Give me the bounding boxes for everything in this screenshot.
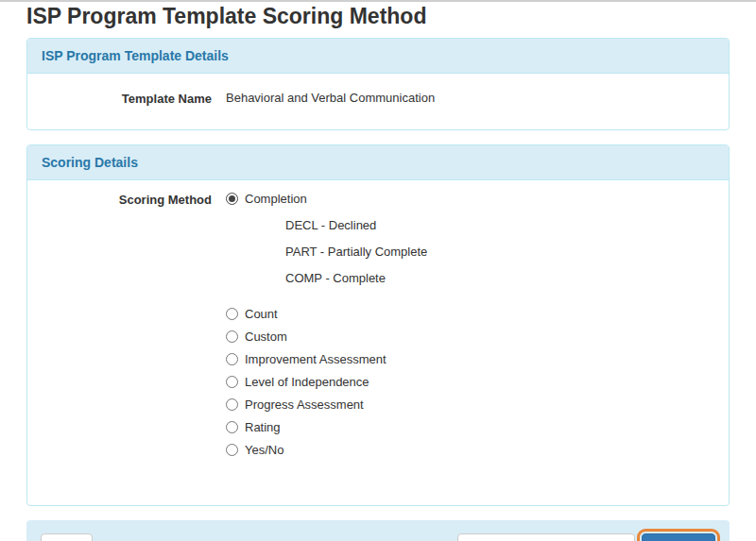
option-sublabel: PART - Partially Complete [285,245,427,259]
radio-option[interactable]: Yes/No [226,443,427,457]
template-details-panel-header: ISP Program Template Details [27,39,729,74]
radio-icon[interactable] [226,444,238,456]
radio-option[interactable]: Improvement Assessment [226,352,427,366]
scoring-details-panel-body: Scoring Method CompletionDECL - Declined… [27,180,729,505]
radio-option[interactable]: Rating [226,420,427,434]
radio-icon[interactable] [226,308,238,320]
scoring-details-panel-header: Scoring Details [27,145,729,180]
radio-icon[interactable] [226,398,238,411]
scoring-details-panel: Scoring Details Scoring Method Completio… [26,144,730,506]
radio-option-label: Completion [245,192,307,206]
radio-option-label: Rating [245,420,281,434]
footer-action-bar: Back Define New Scoring Method Continue [26,520,730,541]
radio-option-label: Custom [245,330,287,344]
scoring-method-row: Scoring Method CompletionDECL - Declined… [42,192,714,465]
scoring-method-label: Scoring Method [42,192,212,207]
template-name-value: Behavioral and Verbal Communication [226,91,435,105]
radio-options: CompletionDECL - DeclinedPART - Partiall… [226,192,427,465]
page-container: ISP Program Template Scoring Method ISP … [0,2,756,541]
footer-right-buttons: Define New Scoring Method Continue [457,533,715,541]
radio-icon[interactable] [226,330,238,343]
option-sublabels: DECL - DeclinedPART - Partially Complete… [285,219,427,285]
define-new-scoring-method-button[interactable]: Define New Scoring Method [457,533,635,541]
template-name-row: Template Name Behavioral and Verbal Comm… [42,91,714,106]
radio-option[interactable]: Level of Independence [226,375,427,389]
radio-icon[interactable] [226,193,238,205]
template-details-panel-body: Template Name Behavioral and Verbal Comm… [27,74,729,129]
option-sublabel: DECL - Declined [285,219,427,232]
radio-icon[interactable] [226,421,238,433]
radio-option-label: Improvement Assessment [245,352,387,366]
back-button[interactable]: Back [41,533,93,541]
template-details-panel: ISP Program Template Details Template Na… [26,38,730,130]
continue-button[interactable]: Continue [642,533,715,541]
radio-option[interactable]: Progress Assessment [226,397,427,412]
radio-option[interactable]: Count [226,307,427,321]
radio-icon[interactable] [226,376,238,388]
radio-option-label: Progress Assessment [245,397,364,412]
radio-option-label: Yes/No [245,443,284,457]
template-name-label: Template Name [42,91,212,106]
radio-option[interactable]: Completion [226,192,427,206]
radio-option[interactable]: Custom [226,330,427,344]
option-sublabel: COMP - Complete [285,272,427,285]
radio-option-label: Level of Independence [245,375,369,389]
page-title: ISP Program Template Scoring Method [26,4,730,28]
radio-icon[interactable] [226,353,238,365]
radio-option-label: Count [245,307,278,321]
